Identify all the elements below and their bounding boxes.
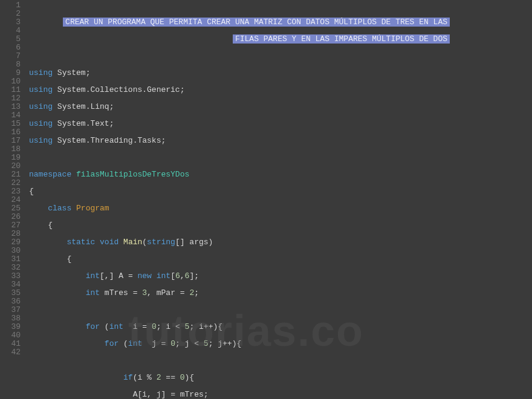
brace-open: { — [29, 221, 532, 230]
blank-line — [29, 154, 532, 162]
line-number: 35 — [0, 289, 21, 297]
line-number: 3 — [0, 18, 21, 27]
using-directive: using System.Threading.Tasks; — [29, 137, 532, 145]
assignment: A[i, j] = mTres; — [29, 391, 532, 399]
line-number: 13 — [0, 103, 21, 111]
line-number: 16 — [0, 128, 21, 137]
blank-line — [29, 52, 532, 60]
line-number-gutter: 1234567891011121314151617181920212223242… — [0, 0, 25, 399]
line-number: 28 — [0, 230, 21, 238]
line-number: 6 — [0, 44, 21, 52]
line-number: 40 — [0, 331, 21, 340]
brace-open: { — [29, 255, 532, 264]
line-number: 36 — [0, 297, 21, 306]
line-number: 42 — [0, 348, 21, 357]
line-number: 30 — [0, 247, 21, 255]
using-directive: using System.Linq; — [29, 103, 532, 111]
line-number: 14 — [0, 111, 21, 120]
var-decl: int mTres = 3, mPar = 2; — [29, 289, 532, 297]
line-number: 18 — [0, 145, 21, 154]
line-number: 21 — [0, 170, 21, 179]
line-number: 33 — [0, 272, 21, 281]
line-number: 32 — [0, 264, 21, 272]
method-decl: static void Main(string[] args) — [29, 238, 532, 247]
line-number: 4 — [0, 27, 21, 35]
line-number: 37 — [0, 306, 21, 314]
line-number: 5 — [0, 35, 21, 44]
namespace-decl: namespace filasMultiplosDeTresYDos — [29, 170, 532, 179]
line-number: 22 — [0, 179, 21, 187]
blank-line — [29, 357, 532, 365]
class-decl: class Program — [29, 204, 532, 213]
using-directive: using System.Text; — [29, 120, 532, 128]
line-number: 31 — [0, 255, 21, 264]
line-number: 8 — [0, 60, 21, 69]
line-number: 2 — [0, 10, 21, 18]
line-number: 39 — [0, 323, 21, 331]
line-number: 27 — [0, 221, 21, 230]
comment-line-1: CREAR UN PROGRAMA QUE PERMITA CREAR UNA … — [29, 18, 532, 27]
line-number: 38 — [0, 314, 21, 323]
line-number: 23 — [0, 187, 21, 196]
line-number: 11 — [0, 86, 21, 94]
line-number: 15 — [0, 120, 21, 128]
line-number: 12 — [0, 94, 21, 103]
line-number: 1 — [0, 1, 21, 10]
line-number: 41 — [0, 340, 21, 348]
line-number: 25 — [0, 204, 21, 213]
line-number: 10 — [0, 77, 21, 86]
line-number: 29 — [0, 238, 21, 247]
line-number: 26 — [0, 213, 21, 221]
for-loop: for (int j = 0; j < 5; j++){ — [29, 340, 532, 348]
using-directive: using System.Collections.Generic; — [29, 86, 532, 94]
if-stmt: if(i % 2 == 0){ — [29, 374, 532, 382]
line-number: 7 — [0, 52, 21, 60]
line-number: 19 — [0, 154, 21, 162]
blank-line — [29, 306, 532, 314]
var-decl: int[,] A = new int[6,6]; — [29, 272, 532, 281]
using-directive: using System; — [29, 69, 532, 77]
line-number: 24 — [0, 196, 21, 204]
line-number: 9 — [0, 69, 21, 77]
line-number: 20 — [0, 162, 21, 170]
line-number: 34 — [0, 281, 21, 289]
brace-open: { — [29, 187, 532, 196]
line-number: 17 — [0, 137, 21, 145]
comment-line-2: FILAS PARES Y EN LAS IMPARES MÚLTIPLOS D… — [29, 35, 532, 44]
for-loop: for (int i = 0; i < 5; i++){ — [29, 323, 532, 331]
code-editor-content[interactable]: tutorias.co CREAR UN PROGRAMA QUE PERMIT… — [25, 0, 532, 399]
